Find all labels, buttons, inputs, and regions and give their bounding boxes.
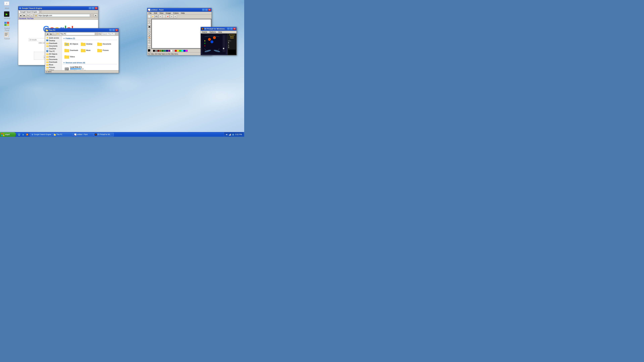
paint-close[interactable]: ✕ bbox=[208, 9, 211, 11]
nav-downloads1[interactable]: Downloads bbox=[46, 42, 62, 44]
folder-item-desktop[interactable]: Desktop bbox=[80, 41, 96, 46]
color-blue[interactable] bbox=[184, 50, 186, 52]
pinball-menu-options[interactable]: Options bbox=[208, 31, 217, 33]
bookmark-btn[interactable]: ★ bbox=[94, 14, 98, 17]
folder-item-pictures[interactable]: Pictures bbox=[97, 48, 112, 53]
explorer-search-input[interactable] bbox=[102, 32, 115, 35]
folder-item-videos[interactable]: Videos bbox=[64, 54, 79, 59]
desktop-icon-music[interactable]: ♪ Music bbox=[1, 1, 12, 9]
tool-rect[interactable]: ▭ bbox=[148, 46, 151, 48]
color-purple[interactable] bbox=[168, 50, 170, 52]
nav-desktop2[interactable]: Desktop bbox=[46, 55, 62, 58]
desktop-icon-winamp[interactable]: ▶ Winamp bbox=[1, 11, 12, 19]
quicklaunch-media[interactable] bbox=[25, 133, 29, 137]
taskbar-btn-browser[interactable]: G Google! Search Engine bbox=[30, 133, 52, 136]
browser-close[interactable]: ✕ bbox=[95, 7, 98, 9]
color-white[interactable] bbox=[170, 50, 172, 52]
pinball-minimize[interactable]: ─ bbox=[227, 28, 230, 30]
desktop-icon-control-panel[interactable]: ControlPanel bbox=[1, 21, 12, 31]
browser-titlebar[interactable]: G Google! Search Engine ─ □ ✕ bbox=[18, 6, 98, 10]
color-lime[interactable] bbox=[179, 50, 181, 52]
back-btn[interactable]: ◀ bbox=[19, 14, 22, 17]
nav-videos[interactable]: Videos bbox=[46, 69, 62, 70]
paint-menu-file[interactable]: File bbox=[148, 12, 152, 14]
explorer-address-bar[interactable] bbox=[60, 32, 95, 35]
nav-quick-access[interactable]: Quick access bbox=[46, 36, 62, 39]
explorer-search-btn[interactable]: → bbox=[115, 32, 118, 35]
color-gray[interactable] bbox=[155, 50, 157, 52]
taskbar-btn-paint[interactable]: untitled - Paint bbox=[73, 133, 93, 136]
tool-undo[interactable]: ↩ bbox=[170, 15, 174, 18]
quicklaunch-ie[interactable]: e bbox=[21, 133, 25, 137]
color-yellow[interactable] bbox=[177, 50, 179, 52]
explorer-minimize[interactable]: ─ bbox=[109, 29, 112, 31]
forward-btn[interactable]: ▶ bbox=[23, 14, 26, 17]
refresh-btn[interactable]: ↻ bbox=[26, 14, 30, 17]
tool-airbrush[interactable]: 🎨 bbox=[148, 37, 151, 39]
explorer-maximize[interactable]: □ bbox=[112, 29, 115, 31]
paint-minimize[interactable]: ─ bbox=[202, 9, 205, 11]
folder-item-3dobjects[interactable]: 3D Objects bbox=[64, 41, 79, 46]
tool-pencil[interactable]: ✏ bbox=[148, 32, 151, 34]
fg-color[interactable] bbox=[148, 49, 150, 52]
explorer-titlebar[interactable]: This PC ─ □ ✕ bbox=[45, 28, 118, 32]
color-teal[interactable] bbox=[164, 50, 166, 52]
paint-menu-help[interactable]: Help bbox=[180, 12, 186, 14]
nav-documents1[interactable]: Documents bbox=[46, 44, 62, 47]
color-darkred[interactable] bbox=[157, 50, 159, 52]
folder-item-music[interactable]: Music bbox=[80, 48, 96, 53]
bookmark-youtube[interactable]: YouTube bbox=[27, 17, 34, 19]
tool-brush[interactable]: 🖌 bbox=[148, 34, 151, 36]
paint-menu-colors[interactable]: Colors bbox=[172, 12, 180, 14]
folder-item-downloads[interactable]: Downloads bbox=[64, 48, 79, 53]
tool-eyedrop[interactable]: 💉 bbox=[148, 28, 151, 30]
tool-new[interactable]: 📄 bbox=[148, 15, 151, 18]
tool-save[interactable]: 💾 bbox=[155, 15, 158, 18]
go-btn[interactable]: → bbox=[90, 14, 94, 17]
color-red[interactable] bbox=[175, 50, 177, 52]
tool-select-free[interactable]: ⌖ bbox=[148, 21, 151, 23]
quicklaunch-show-desktop[interactable] bbox=[17, 133, 21, 137]
pinball-close[interactable]: ✕ bbox=[233, 28, 236, 30]
tool-paste[interactable]: 📌 bbox=[166, 15, 169, 18]
explorer-back[interactable]: ◀ bbox=[46, 32, 49, 35]
pinball-game-area[interactable] bbox=[201, 33, 227, 55]
address-bar[interactable] bbox=[38, 14, 90, 17]
explorer-forward[interactable]: ▶ bbox=[50, 32, 53, 35]
color-magenta[interactable] bbox=[186, 50, 188, 52]
color-navy[interactable] bbox=[166, 50, 168, 52]
pinball-menu-game[interactable]: Game bbox=[201, 31, 208, 33]
drive-c[interactable]: Local Disk (C:) 19.6 GB free of 111 GB bbox=[64, 66, 116, 70]
nav-3dobjects[interactable]: 3D Objects bbox=[46, 53, 62, 55]
explorer-close[interactable]: ✕ bbox=[115, 29, 118, 31]
color-cyan[interactable] bbox=[181, 50, 183, 52]
taskbar-btn-explorer[interactable]: This PC bbox=[53, 133, 73, 136]
folders-section-header[interactable]: ▼ Folders (7) bbox=[63, 37, 118, 40]
tool-select-rect[interactable]: ⬚ bbox=[148, 19, 151, 21]
devices-section-header[interactable]: ▼ Devices and drives (4) bbox=[63, 61, 118, 64]
pinball-menu-help[interactable]: Help bbox=[217, 31, 223, 33]
paint-titlebar[interactable]: untitled - Paint ─ □ ✕ bbox=[147, 8, 212, 12]
paint-maximize[interactable]: □ bbox=[205, 9, 208, 11]
tool-line[interactable]: ╱ bbox=[148, 41, 151, 43]
tool-cut[interactable]: ✂ bbox=[159, 15, 162, 18]
nav-onedrive[interactable]: OneDrive bbox=[46, 47, 62, 50]
tool-zoom[interactable]: 🔍 bbox=[148, 30, 151, 32]
color-olive[interactable] bbox=[160, 50, 162, 52]
start-button[interactable]: start bbox=[0, 132, 16, 137]
nav-pictures[interactable]: Pictures bbox=[46, 66, 62, 69]
browser-tab-google[interactable]: Google! Search Engine bbox=[18, 10, 39, 13]
bookmark-facebook[interactable]: Facebook bbox=[19, 17, 26, 19]
tool-redo[interactable]: ↪ bbox=[174, 15, 177, 18]
nav-desktop1[interactable]: Desktop bbox=[46, 39, 62, 42]
tool-curve[interactable]: ⌒ bbox=[148, 43, 151, 46]
nav-downloads2[interactable]: Downloads bbox=[46, 61, 62, 63]
explorer-go[interactable]: → bbox=[95, 32, 98, 35]
pinball-maximize[interactable]: □ bbox=[230, 28, 233, 30]
home-btn[interactable]: ⌂ bbox=[30, 14, 33, 17]
color-green[interactable] bbox=[162, 50, 164, 52]
tool-open[interactable]: 📂 bbox=[151, 15, 154, 18]
nav-documents2[interactable]: Documents bbox=[46, 58, 62, 61]
folder-item-documents[interactable]: Documents bbox=[97, 41, 112, 46]
nav-music[interactable]: Music bbox=[46, 63, 62, 66]
